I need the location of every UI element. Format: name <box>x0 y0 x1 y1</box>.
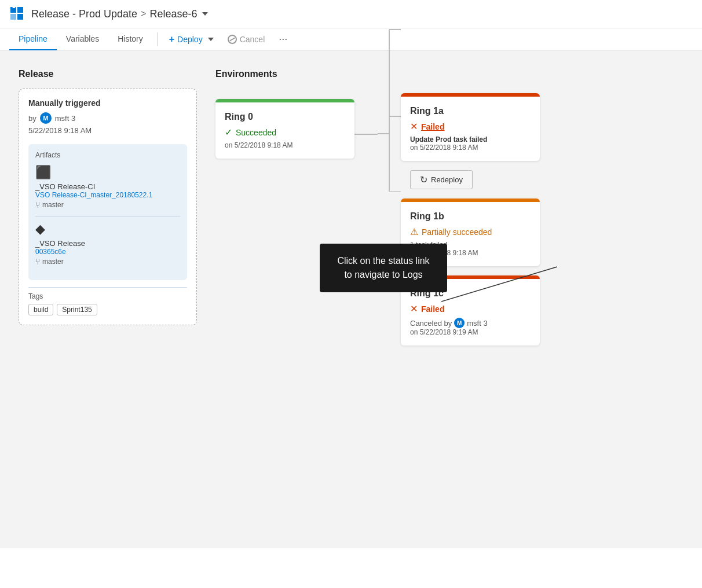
x-icon-ring1c: ✕ <box>410 303 418 314</box>
avatar: M <box>40 112 52 124</box>
ring1a-body: Ring 1a ✕ Failed Update Prod task failed… <box>401 97 540 161</box>
svg-rect-3 <box>17 14 23 20</box>
cancel-button[interactable]: Cancel <box>221 31 272 47</box>
release-card: Manually triggered by M msft 3 5/22/2018… <box>19 89 197 325</box>
release-dropdown-icon[interactable] <box>202 12 208 16</box>
environments-panel: Environments Ring 0 ✓ Succeeded on 5/22/… <box>206 60 693 539</box>
tags-divider <box>28 287 187 288</box>
release-panel: Release Manually triggered by M msft 3 5… <box>9 60 206 539</box>
tooltip-popup: Click on the status link to navigate to … <box>320 244 447 292</box>
breadcrumb-separator: > <box>141 9 146 19</box>
ring1a-detail-bold: Update Prod task failed <box>410 135 531 144</box>
branch-svg <box>378 0 401 192</box>
branch-icon: ⑂ <box>35 200 40 210</box>
app-header: Release - Prod Update > Release-6 <box>0 0 702 28</box>
artifact-item-1: ⬛ _VSO Release-CI VSO Release-CI_master_… <box>35 165 180 210</box>
deploy-button[interactable]: + Deploy <box>162 31 221 48</box>
tags-section: Tags build Sprint135 <box>28 292 187 315</box>
tabs-bar: Pipeline Variables History + Deploy Canc… <box>0 28 702 50</box>
breadcrumb: Release - Prod Update > Release-6 <box>31 8 208 20</box>
artifact-divider <box>35 216 180 217</box>
breadcrumb-current[interactable]: Release-6 <box>149 8 207 20</box>
ring1a-card: Ring 1a ✕ Failed Update Prod task failed… <box>401 93 540 161</box>
artifact1-name: _VSO Release-CI <box>35 182 180 191</box>
artifact2-version[interactable]: 00365c6e <box>35 248 180 256</box>
more-options-button[interactable]: ··· <box>272 30 294 49</box>
artifact2-name: _VSO Release <box>35 239 180 248</box>
plus-icon: + <box>169 34 174 45</box>
ring0-body: Ring 0 ✓ Succeeded on 5/22/2018 9:18 AM <box>215 102 354 159</box>
cancel-circle-icon <box>228 35 237 44</box>
ring0-name: Ring 0 <box>225 112 345 122</box>
ring0-status: ✓ Succeeded <box>225 127 345 138</box>
tab-divider <box>157 32 158 46</box>
tags-label: Tags <box>28 292 187 300</box>
ring1a-wrapper: Ring 1a ✕ Failed Update Prod task failed… <box>401 93 540 189</box>
tags-row: build Sprint135 <box>28 304 187 315</box>
tab-variables[interactable]: Variables <box>57 28 108 50</box>
svg-rect-1 <box>17 7 23 13</box>
check-icon: ✓ <box>225 127 232 138</box>
artifacts-section: Artifacts ⬛ _VSO Release-CI VSO Release-… <box>28 144 187 280</box>
artifact1-branch: ⑂ master <box>35 200 180 210</box>
x-icon-ring1a: ✕ <box>410 121 418 132</box>
deploy-dropdown-icon[interactable] <box>208 38 214 41</box>
branch-icon-2: ⑂ <box>35 257 40 266</box>
tag-build: build <box>28 304 53 315</box>
release-by: by M msft 3 <box>28 112 187 124</box>
ring1a-status: ✕ Failed <box>410 121 531 132</box>
warning-icon-ring1b: ⚠ <box>410 226 418 237</box>
ring1b-status: ⚠ Partially succeeded <box>410 226 531 237</box>
ring1c-status-text: Failed <box>421 304 444 314</box>
app-icon <box>9 6 25 22</box>
ring1c-detail2: on 5/22/2018 9:19 AM <box>410 328 531 336</box>
artifact1-version[interactable]: VSO Release-CI_master_20180522.1 <box>35 191 180 199</box>
ring0-card: Ring 0 ✓ Succeeded on 5/22/2018 9:18 AM <box>215 99 354 159</box>
artifacts-label: Artifacts <box>35 151 180 159</box>
artifact-item-2: ◆ _VSO Release 00365c6e ⑂ master <box>35 222 180 266</box>
release-date: 5/22/2018 9:18 AM <box>28 126 187 135</box>
ring1a-name: Ring 1a <box>410 106 531 116</box>
right-env-cards: Ring 1a ✕ Failed Update Prod task failed… <box>401 93 540 346</box>
ring1b-name: Ring 1b <box>410 211 531 222</box>
environments-title: Environments <box>215 69 683 79</box>
redeploy-button[interactable]: ↻ Redeploy <box>410 170 473 189</box>
artifact2-branch: ⑂ master <box>35 257 180 266</box>
release-trigger: Manually triggered <box>28 98 187 108</box>
ring1c-avatar: M <box>454 318 465 328</box>
ring1a-detail: on 5/22/2018 9:18 AM <box>410 144 531 152</box>
ring1c-status: ✕ Failed <box>410 303 531 314</box>
connector-h1 <box>354 134 378 135</box>
breadcrumb-release[interactable]: Release - Prod Update <box>31 8 137 20</box>
tag-sprint: Sprint135 <box>57 304 97 315</box>
ring1a-status-link[interactable]: Failed <box>421 122 444 131</box>
git-artifact-icon: ◆ <box>35 222 180 237</box>
tab-history[interactable]: History <box>108 28 152 50</box>
pipeline-area: Ring 0 ✓ Succeeded on 5/22/2018 9:18 AM <box>215 93 683 346</box>
tab-pipeline[interactable]: Pipeline <box>9 28 57 50</box>
build-artifact-icon: ⬛ <box>35 165 180 180</box>
ring0-date: on 5/22/2018 9:18 AM <box>225 141 345 149</box>
main-content: Release Manually triggered by M msft 3 5… <box>0 50 702 548</box>
svg-rect-2 <box>10 14 16 20</box>
ring1a-redeploy-area: ↻ Redeploy <box>401 161 540 189</box>
release-panel-title: Release <box>19 69 197 79</box>
ring1c-canceled: Canceled by M msft 3 <box>410 318 531 328</box>
redeploy-icon: ↻ <box>420 174 427 185</box>
